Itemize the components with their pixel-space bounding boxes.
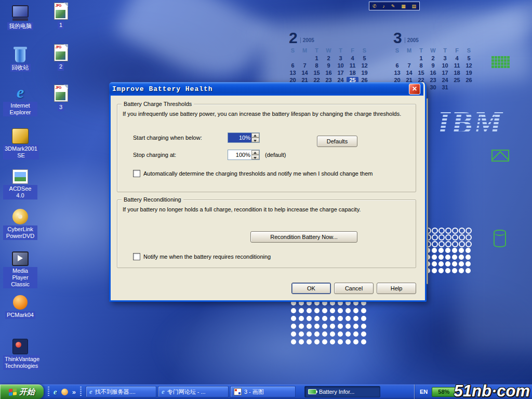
quick-launch-media-icon[interactable] (61, 389, 68, 395)
desktop-icon-powerdvd[interactable]: CyberLink PowerDVD (3, 206, 37, 240)
jpg-page: JPG (54, 3, 68, 20)
dot (466, 234, 472, 241)
battery-charge-thresholds-group: Battery Charge Thresholds If you infrequ… (117, 104, 416, 192)
dot (361, 308, 366, 313)
dot (438, 234, 445, 241)
desktop-icon-jpg-1[interactable]: JPG1 (49, 1, 73, 29)
start-charging-value[interactable]: 10% (228, 133, 251, 142)
dot (445, 255, 450, 260)
calendar-header: 32005 (391, 29, 476, 45)
quick-launch-chevron-icon[interactable]: » (72, 388, 76, 396)
desktop-icon-jpg-3[interactable]: JPG3 (49, 83, 73, 111)
desktop-icon-thinkvantage[interactable]: ThinkVantage Technologies (3, 336, 37, 370)
dot (314, 339, 320, 344)
desktop-icon-pcmark04[interactable]: PCMark04 (3, 291, 37, 319)
calendar-date: 10 (335, 62, 347, 69)
desktop-icon-jpg-2[interactable]: JPG2 (49, 43, 73, 71)
taskbar-task-battery-3[interactable]: Battery Infor... (304, 386, 380, 397)
auto-determine-checkbox-row[interactable]: Automatically determine the charging thr… (133, 170, 373, 177)
3dmark2001-icon (3, 125, 37, 144)
calendar-date: 7 (403, 62, 415, 69)
jpg-file-icon: JPG (49, 43, 73, 61)
phone-icon: ✆ (373, 4, 377, 9)
dot (322, 308, 327, 313)
quick-launch-handle[interactable] (80, 387, 82, 397)
calendar-day-header: T (415, 47, 427, 55)
taskbar-task-paint-2[interactable]: 3 - 画图 (230, 386, 296, 397)
close-button[interactable]: ✕ (409, 84, 420, 95)
calendar-day-header: T (311, 47, 323, 55)
dot (361, 324, 366, 329)
start-label: 开始 (19, 387, 35, 397)
calendar-date: 11 (451, 62, 463, 69)
quick-launch-handle[interactable] (48, 387, 49, 397)
calendar-date: 16 (427, 70, 439, 76)
start-button[interactable]: 开始 (0, 384, 44, 399)
cancel-button[interactable]: Cancel (334, 283, 374, 294)
acdsee-icon (3, 165, 37, 184)
calendar-day-header: W (427, 47, 439, 55)
dot (345, 308, 351, 313)
dot (322, 339, 327, 344)
keypad-icon (491, 56, 510, 68)
dot (291, 316, 296, 321)
dot (314, 324, 320, 329)
calendar-date: 8 (311, 62, 323, 69)
recondition-battery-button[interactable]: Recondition Battery Now... (250, 231, 357, 243)
calendar-day-header: S (391, 47, 403, 55)
desktop-icon-label: ThinkVantage Technologies (3, 355, 39, 370)
taskbar-task-ie-1[interactable]: e专门网论坛 - ... (158, 386, 229, 397)
dot (445, 248, 450, 253)
spin-down-icon[interactable] (251, 155, 259, 159)
dot (466, 268, 471, 273)
grid-icon: ▦ (401, 4, 406, 9)
spin-down-icon[interactable] (251, 138, 259, 142)
stop-charging-value[interactable]: 100% (228, 150, 251, 159)
dot (432, 268, 437, 273)
calendar-day-header: M (299, 47, 311, 55)
desktop-icon-acdsee[interactable]: ACDSee 4.0 (3, 165, 37, 200)
calendar-date: 19 (358, 70, 370, 76)
dot (438, 255, 444, 260)
ok-button[interactable]: OK (291, 283, 331, 294)
start-charging-spinner[interactable]: 10% (228, 132, 260, 143)
dot (452, 228, 458, 234)
battery-reconditioning-group: Battery Reconditioning If your battery n… (117, 200, 416, 268)
calendar-date: 2 (427, 55, 439, 62)
checkbox-unchecked[interactable] (133, 253, 140, 260)
pcmark04-icon (3, 291, 37, 310)
desktop-icon-3dmark2001[interactable]: 3DMark2001 SE (3, 125, 37, 159)
stop-charging-spinner[interactable]: 100% (228, 150, 260, 160)
dot (299, 339, 304, 344)
ie-task-icon: e (162, 388, 165, 396)
desktop-icon-my-computer[interactable]: 我的电脑 (3, 2, 37, 30)
spin-up-icon[interactable] (251, 133, 259, 138)
taskbar: 开始 e » e找不到服务器....e专门网论坛 - ...3 - 画图Batt… (0, 384, 532, 399)
recycle-bin-icon (3, 44, 37, 62)
dialog-titlebar[interactable]: Improve Battery Health ✕ (109, 82, 423, 96)
desktop-icon-media-player-classic[interactable]: Media Player Classic (3, 247, 37, 288)
checkbox-unchecked[interactable] (133, 170, 140, 177)
dot (445, 268, 450, 273)
spin-up-icon[interactable] (251, 150, 259, 155)
defaults-button[interactable]: Defaults (317, 136, 357, 147)
dot (466, 248, 471, 253)
desktop: IBM ✆♪✎▦▤ 22005SMTWTFS123456789101112131… (0, 0, 532, 399)
quick-launch-ie-icon[interactable]: e (54, 388, 57, 396)
dot (432, 255, 437, 260)
default-suffix: (default) (265, 152, 286, 158)
calendar-day-header: W (323, 47, 335, 55)
taskbar-task-ie-0[interactable]: e找不到服务器.... (86, 386, 156, 397)
desktop-icon-recycle-bin[interactable]: 回收站 (3, 44, 37, 72)
language-indicator[interactable]: EN (420, 389, 428, 395)
battery-tray-indicator[interactable]: 58% (432, 387, 456, 397)
dot (452, 248, 457, 253)
dot (345, 316, 351, 321)
dot (322, 316, 327, 321)
calendar-date (287, 55, 299, 62)
calendar-date: 23 (427, 77, 439, 84)
desktop-icon-internet-explorer[interactable]: eInternet Explorer (3, 82, 37, 116)
notify-recondition-checkbox-row[interactable]: Notify me when the battery requires reco… (133, 253, 271, 260)
help-button[interactable]: Help (377, 283, 416, 294)
thinkvantage-icon (3, 336, 37, 354)
